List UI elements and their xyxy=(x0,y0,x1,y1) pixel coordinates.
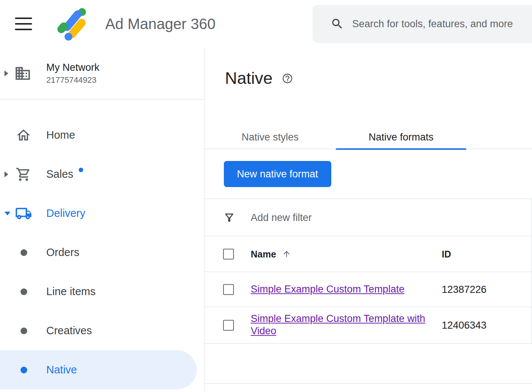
network-name: My Network xyxy=(46,62,100,73)
new-native-format-button[interactable]: New native format xyxy=(224,161,331,187)
sort-asc-icon xyxy=(282,250,291,259)
table-row: Simple Example Custom Template 12387226 xyxy=(204,272,532,307)
filter-bar: Add new filter xyxy=(204,199,532,236)
sidebar: My Network 21775744923 Home xyxy=(0,48,204,392)
app-header: Ad Manager 360 xyxy=(0,0,532,48)
menu-icon[interactable] xyxy=(15,18,32,30)
sidebar-item-label: Line items xyxy=(46,285,96,298)
tab-bar: Native styles Native formats xyxy=(204,125,532,149)
network-icon xyxy=(14,65,31,82)
column-header-id[interactable]: ID xyxy=(442,249,451,259)
sidebar-item-label: Orders xyxy=(46,246,79,259)
table-row: Simple Example Custom Template with Vide… xyxy=(204,307,532,344)
expand-right-icon[interactable] xyxy=(4,70,8,76)
sales-icon xyxy=(15,167,32,182)
help-icon[interactable] xyxy=(282,73,293,84)
sidebar-item-creatives[interactable]: Creatives xyxy=(0,311,204,350)
delivery-icon xyxy=(15,205,32,222)
native-format-link[interactable]: Simple Example Custom Template with Vide… xyxy=(251,313,425,337)
sidebar-item-sales[interactable]: Sales xyxy=(0,155,204,194)
bullet-icon xyxy=(21,249,27,256)
home-icon xyxy=(15,127,32,143)
bullet-icon xyxy=(21,328,27,334)
sidebar-item-label: Delivery xyxy=(46,207,85,219)
main-content: Native Native styles Native formats New … xyxy=(204,48,532,392)
sidebar-item-native[interactable]: Native xyxy=(0,350,197,389)
sidebar-nav: Home Sales Delivery xyxy=(0,99,204,389)
column-header-name[interactable]: Name xyxy=(251,249,291,259)
row-id: 12406343 xyxy=(442,319,486,331)
sidebar-item-line-items[interactable]: Line items xyxy=(0,272,204,311)
app-title: Ad Manager 360 xyxy=(105,16,216,32)
sidebar-item-delivery[interactable]: Delivery xyxy=(0,194,204,233)
table-header-row: Name ID xyxy=(204,236,532,272)
search-icon xyxy=(331,17,344,31)
filter-icon[interactable] xyxy=(223,211,235,224)
row-id: 12387226 xyxy=(442,284,486,295)
row-checkbox[interactable] xyxy=(223,284,234,295)
sidebar-item-label: Creatives xyxy=(46,325,92,337)
sidebar-item-label: Native xyxy=(46,364,77,376)
sidebar-item-home[interactable]: Home xyxy=(0,116,204,155)
network-id: 21775744923 xyxy=(46,75,100,85)
native-format-link[interactable]: Simple Example Custom Template xyxy=(251,284,404,295)
table-footer-divider xyxy=(204,383,532,384)
tab-native-formats[interactable]: Native formats xyxy=(336,125,466,149)
row-checkbox[interactable] xyxy=(223,320,234,331)
tab-native-styles[interactable]: Native styles xyxy=(204,125,336,149)
expand-right-icon[interactable] xyxy=(4,171,8,177)
table-right-border xyxy=(531,199,532,344)
expand-down-icon[interactable] xyxy=(4,212,10,215)
search-bar[interactable] xyxy=(313,5,532,43)
ad-manager-logo-icon xyxy=(55,7,90,41)
column-header-name-label: Name xyxy=(251,249,276,259)
page-title: Native xyxy=(225,69,273,88)
sidebar-item-label: Sales xyxy=(46,168,73,180)
bullet-icon xyxy=(21,367,27,373)
sidebar-item-label: Home xyxy=(46,129,75,141)
sidebar-item-orders[interactable]: Orders xyxy=(0,233,204,272)
bullet-icon xyxy=(21,288,27,295)
notification-dot-icon xyxy=(79,168,83,172)
network-selector[interactable]: My Network 21775744923 xyxy=(0,48,204,99)
select-all-checkbox[interactable] xyxy=(223,249,234,259)
add-filter-button[interactable]: Add new filter xyxy=(251,212,312,223)
search-input[interactable] xyxy=(352,18,532,30)
